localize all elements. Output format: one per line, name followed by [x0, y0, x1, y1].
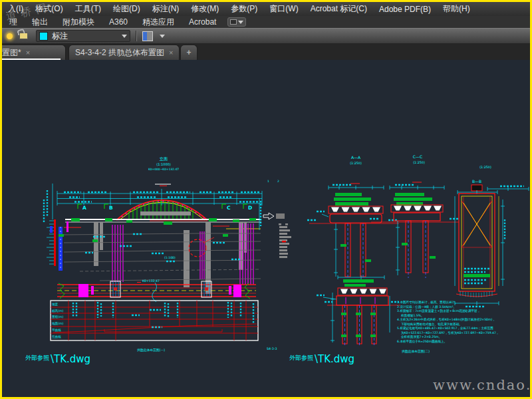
autocad-window: 入(I) 格式(O) 工具(T) 绘图(D) 标注(N) 修改(M) 参数(P)… [0, 0, 532, 399]
close-icon[interactable]: × [26, 49, 30, 57]
new-tab-button[interactable]: + [180, 45, 198, 60]
file-tab-label: S4-3-4-2 拱肋总体布置图 [75, 47, 164, 59]
chevron-down-icon[interactable] [160, 35, 165, 38]
menu-draw[interactable]: 绘图(D) [107, 3, 146, 15]
menu-acrobat-markup[interactable]: Acrobat 标记(C) [305, 3, 373, 15]
model-space-canvas[interactable] [2, 60, 530, 397]
menu-parametric[interactable]: 参数(P) [225, 3, 263, 15]
menu-bar: 入(I) 格式(O) 工具(T) 绘图(D) 标注(N) 修改(M) 参数(P)… [2, 2, 530, 16]
file-tab-active[interactable]: 型布置图* × [0, 45, 66, 60]
file-tab-inactive[interactable]: S4-3-4-2 拱肋总体布置图 × [68, 45, 180, 60]
menu-help[interactable]: 帮助(H) [437, 3, 476, 15]
toolbar-separator [136, 31, 137, 41]
ribbon-panel-icon [230, 19, 237, 25]
ribbon-flyout-button[interactable] [227, 17, 246, 27]
layer-color-swatch [39, 32, 48, 41]
plus-icon: + [187, 48, 192, 57]
ribbon-tab-addins[interactable]: 附加模块 [55, 17, 102, 28]
layer-select[interactable]: 标注 [36, 30, 130, 42]
ribbon-tab-acrobat[interactable]: Acrobat [182, 17, 223, 27]
close-icon[interactable]: × [169, 49, 173, 57]
layer-on-bulb-icon[interactable] [7, 33, 13, 39]
ribbon-tab-a360[interactable]: A360 [102, 17, 135, 27]
ribbon-tab-row: 理 输出 附加模块 A360 精选应用 Acrobat [2, 16, 530, 28]
file-tab-label: 型布置图* [0, 47, 21, 59]
current-layer-name: 标注 [52, 31, 118, 42]
menu-dimension[interactable]: 标注(N) [146, 3, 186, 15]
menu-modify[interactable]: 修改(M) [185, 3, 225, 15]
file-tab-bar: 型布置图* × S4-3-4-2 拱肋总体布置图 × + [2, 43, 530, 60]
chevron-down-icon [122, 35, 127, 38]
chevron-down-icon [238, 21, 243, 24]
ribbon-tab-featured-apps[interactable]: 精选应用 [135, 17, 182, 28]
layer-properties-icon[interactable] [142, 31, 153, 41]
site-watermark: www.cndao.com [433, 377, 532, 393]
menu-tools[interactable]: 工具(T) [69, 3, 107, 15]
menu-window[interactable]: 窗口(W) [263, 3, 304, 15]
layer-unlock-icon[interactable] [19, 33, 28, 39]
menu-adobe-pdf[interactable]: Adobe PDF(B) [373, 5, 437, 14]
layers-toolbar: 标注 [2, 28, 530, 44]
